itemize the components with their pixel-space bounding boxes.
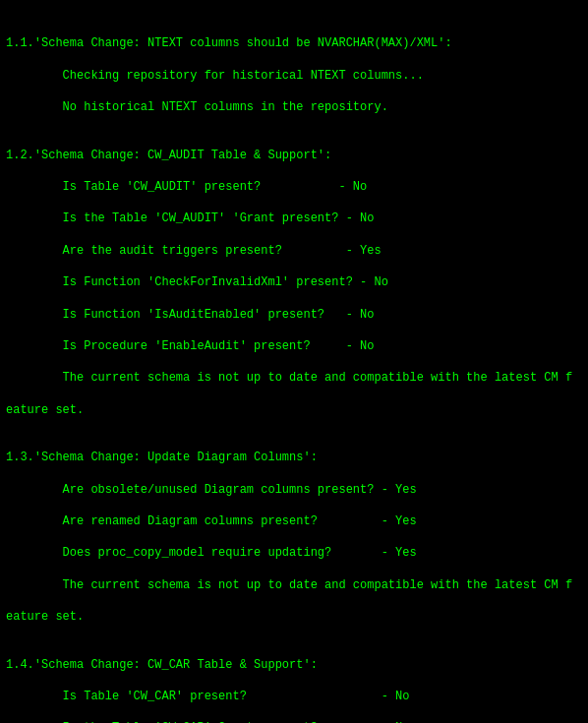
terminal-line: eature set. [6, 609, 582, 625]
terminal-line: Are renamed Diagram columns present? - Y… [6, 513, 582, 529]
terminal-line: eature set. [6, 402, 582, 418]
terminal-line: Is Function 'IsAuditEnabled' present? - … [6, 307, 582, 323]
terminal-line: Does proc_copy_model require updating? -… [6, 545, 582, 561]
terminal-line: Are the audit triggers present? - Yes [6, 243, 582, 259]
terminal-line: The current schema is not up to date and… [6, 577, 582, 593]
terminal-line: 1.3.'Schema Change: Update Diagram Colum… [6, 450, 582, 465]
terminal-window: 1.1.'Schema Change: NTEXT columns should… [0, 0, 588, 723]
terminal-line: The current schema is not up to date and… [6, 370, 582, 386]
terminal-line: Is Function 'CheckForInvalidXml' present… [6, 274, 582, 290]
terminal-line: 1.4.'Schema Change: CW_CAR Table & Suppo… [6, 657, 582, 673]
terminal-line: Checking repository for historical NTEXT… [6, 68, 582, 84]
terminal-line: Is Table 'CW_AUDIT' present? - No [6, 179, 582, 195]
terminal-line: Are obsolete/unused Diagram columns pres… [6, 482, 582, 498]
terminal-line: No historical NTEXT columns in the repos… [6, 99, 582, 115]
terminal-line: Is the Table 'CW_AUDIT' 'Grant present? … [6, 211, 582, 226]
terminal-content: 1.1.'Schema Change: NTEXT columns should… [6, 35, 582, 723]
terminal-line: 1.2.'Schema Change: CW_AUDIT Table & Sup… [6, 148, 582, 163]
terminal-line: 1.1.'Schema Change: NTEXT columns should… [6, 35, 582, 51]
terminal-line: Is Procedure 'EnableAudit' present? - No [6, 338, 582, 354]
terminal-line: Is Table 'CW_CAR' present? - No [6, 689, 582, 704]
